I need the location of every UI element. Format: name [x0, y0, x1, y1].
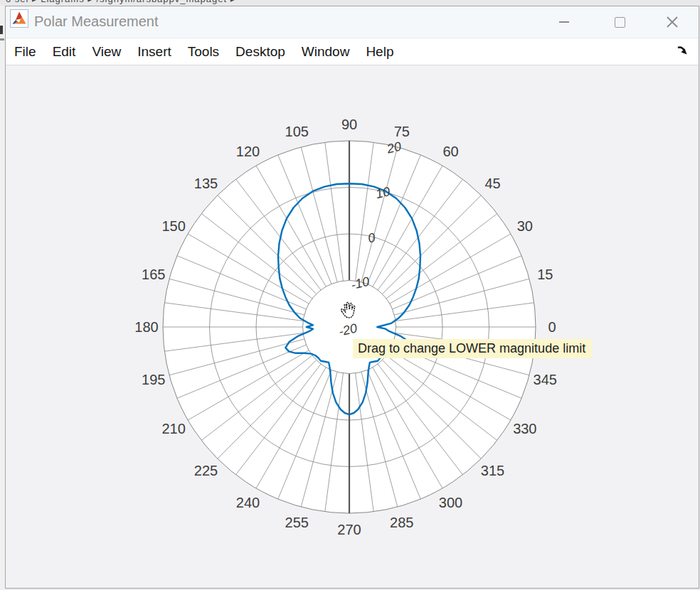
- window-title: Polar Measurement: [34, 14, 159, 30]
- menu-item-help[interactable]: Help: [366, 44, 393, 60]
- minimize-button[interactable]: [548, 6, 580, 38]
- close-icon: [666, 16, 679, 28]
- menu-item-view[interactable]: View: [92, 44, 121, 60]
- minimize-icon: [559, 21, 569, 23]
- close-button[interactable]: [656, 6, 689, 38]
- menu-bar: FileEditViewInsertToolsDesktopWindowHelp: [6, 38, 699, 65]
- menu-item-window[interactable]: Window: [302, 44, 350, 60]
- background-window-edge: [0, 6, 5, 590]
- background-fragment: [0, 26, 3, 34]
- title-bar[interactable]: Polar Measurement: [6, 6, 699, 38]
- menu-item-edit[interactable]: Edit: [53, 44, 76, 60]
- menu-item-tools[interactable]: Tools: [188, 44, 219, 60]
- matlab-icon: [10, 9, 28, 28]
- figure-canvas: [6, 65, 698, 587]
- background-window-strip: o sel ▸ Liagrams ▸ /signym/arsbappv_mapa…: [0, 0, 700, 6]
- menu-item-file[interactable]: File: [14, 44, 36, 60]
- dock-figure-icon[interactable]: [676, 43, 690, 58]
- maximize-icon: [615, 17, 625, 28]
- menu-item-desktop[interactable]: Desktop: [235, 44, 285, 60]
- screen: o sel ▸ Liagrams ▸ /signym/arsbappv_mapa…: [0, 0, 700, 590]
- menu-items: FileEditViewInsertToolsDesktopWindowHelp: [6, 44, 393, 60]
- background-fragment: [0, 38, 4, 41]
- menu-item-insert[interactable]: Insert: [137, 44, 171, 60]
- tooltip: Drag to change LOWER magnitude limit: [353, 339, 592, 358]
- background-window-text: o sel ▸ Liagrams ▸ /signym/arsbappv_mapa…: [6, 0, 235, 4]
- maximize-button[interactable]: [603, 6, 636, 38]
- figure-window: Polar Measurement FileEditViewInsertTool…: [5, 6, 699, 589]
